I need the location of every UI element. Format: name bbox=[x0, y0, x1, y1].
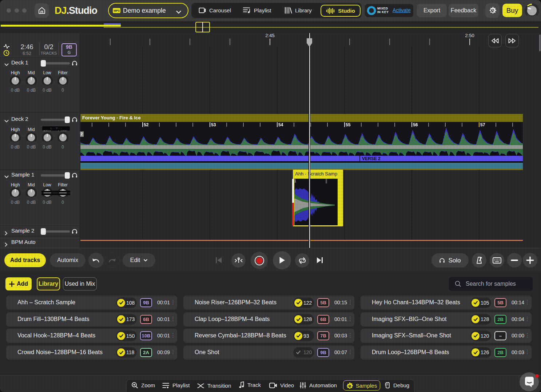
svg-text:VERSE 2: VERSE 2 bbox=[362, 156, 381, 161]
